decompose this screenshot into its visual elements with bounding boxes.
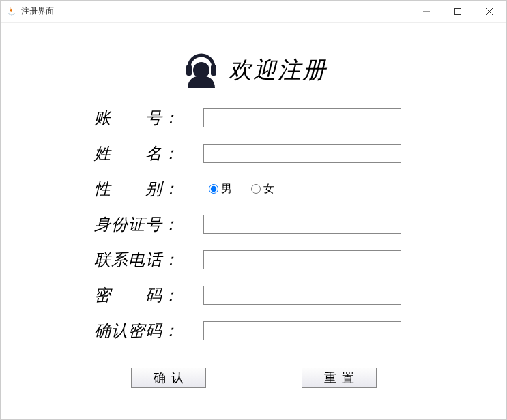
minimize-button[interactable] [411, 1, 442, 22]
account-row: 账 号： [83, 107, 424, 129]
window-controls [411, 1, 505, 22]
titlebar-left: 注册界面 [6, 5, 54, 17]
phone-input[interactable] [203, 250, 401, 269]
headset-avatar-icon [181, 50, 222, 91]
svg-rect-5 [211, 65, 216, 76]
account-label: 账 号： [83, 107, 203, 129]
gender-label: 性 别： [83, 178, 203, 200]
confirm-input[interactable] [203, 321, 401, 340]
password-label: 密 码： [83, 284, 203, 306]
idcard-label: 身份证号： [83, 213, 203, 235]
confirm-label: 确认密码： [83, 320, 203, 342]
gender-male-option[interactable]: 男 [209, 182, 232, 196]
window-frame: 注册界面 欢迎注册 [0, 0, 507, 420]
svg-rect-1 [455, 8, 461, 14]
phone-label: 联系电话： [83, 249, 203, 271]
page-title: 欢迎注册 [229, 55, 327, 86]
registration-form: 账 号： 姓 名： 性 别： 男 女 [1, 107, 506, 342]
gender-female-radio[interactable] [251, 184, 261, 194]
close-button[interactable] [474, 1, 505, 22]
maximize-button[interactable] [442, 1, 474, 22]
name-row: 姓 名： [83, 142, 424, 164]
confirm-row: 确认密码： [83, 320, 424, 342]
button-row: 确认 重置 [1, 368, 506, 388]
name-input[interactable] [203, 144, 401, 163]
content-area: 欢迎注册 账 号： 姓 名： 性 别： 男 [1, 50, 506, 420]
gender-row: 性 别： 男 女 [83, 178, 424, 200]
svg-rect-4 [186, 65, 192, 76]
gender-male-label: 男 [221, 182, 232, 196]
idcard-input[interactable] [203, 215, 401, 234]
titlebar: 注册界面 [1, 1, 506, 22]
confirm-button[interactable]: 确认 [131, 368, 206, 388]
idcard-row: 身份证号： [83, 213, 424, 235]
gender-radio-group: 男 女 [203, 182, 274, 196]
header-area: 欢迎注册 [1, 50, 506, 91]
account-input[interactable] [203, 108, 401, 127]
gender-male-radio[interactable] [209, 184, 218, 194]
name-label: 姓 名： [83, 142, 203, 164]
password-row: 密 码： [83, 284, 424, 306]
gender-female-option[interactable]: 女 [251, 182, 274, 196]
java-icon [6, 6, 17, 17]
reset-button[interactable]: 重置 [302, 368, 377, 388]
password-input[interactable] [203, 286, 401, 305]
phone-row: 联系电话： [83, 249, 424, 271]
window-title: 注册界面 [21, 5, 54, 17]
gender-female-label: 女 [263, 182, 274, 196]
